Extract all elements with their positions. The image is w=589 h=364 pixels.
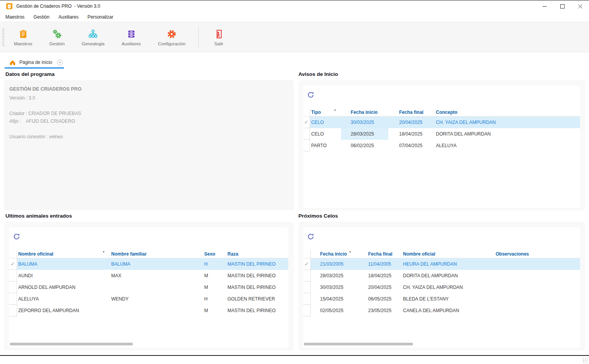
cell: CANELA DEL AMPURDAN: [401, 305, 494, 316]
toolbar-button-maestros[interactable]: Maestros: [7, 28, 40, 46]
celos-panel: Fecha inicio▼ Fecha final Nombre oficial…: [298, 222, 585, 350]
row-selected-check-icon: ✓: [9, 258, 17, 270]
cell: 07/04/2025: [388, 140, 432, 151]
toolbar-button-salir[interactable]: Salir: [207, 28, 231, 46]
table-row[interactable]: 28/03/2025 18/04/2025 DORITA DEL AMPURDA…: [303, 270, 580, 282]
table-row[interactable]: 30/03/2025 20/04/2025 CH. YAIZA DEL AMPU…: [303, 282, 580, 293]
table-header-row: Nombre oficinal▼ Nombre familiar Sexo Ra…: [9, 250, 288, 258]
section-title-avisos-de-inicio: Avisos de Inicio: [298, 71, 338, 77]
close-button[interactable]: [571, 0, 589, 12]
row-gutter: [9, 305, 17, 316]
cell: 20/04/2025: [388, 117, 432, 128]
menu-maestros[interactable]: Maestros: [5, 14, 24, 20]
toolbar-grip-handle[interactable]: [2, 28, 4, 46]
refresh-button[interactable]: [307, 91, 315, 99]
app-icon: [6, 3, 12, 9]
column-header-fecha-inicio[interactable]: Fecha inicio▼: [311, 250, 358, 258]
toolbar-separator: [198, 26, 199, 48]
maximize-button[interactable]: [553, 0, 571, 12]
cell: ZEPORRO DEL AMPURDAN: [17, 305, 110, 316]
avisos-table-card: Tipo▼ Fecha inicio Fecha final Concepto …: [303, 86, 580, 208]
tab-label: Página de inicio: [19, 60, 52, 65]
menu-gestion[interactable]: Gestión: [33, 14, 49, 20]
cell: 15/04/2025: [311, 293, 358, 305]
toolbar-label: Salir: [214, 41, 223, 46]
row-gutter: [9, 270, 17, 282]
resize-grip[interactable]: [582, 358, 587, 363]
column-header-nombre-familiar[interactable]: Nombre familiar: [110, 250, 202, 258]
table-row[interactable]: ✓ BALUMA BALUMA H MASTIN DEL PIRINEO: [9, 258, 288, 270]
table-row[interactable]: ALELUYA WENDY H GOLDEN RETRIEVER: [9, 293, 288, 305]
cell: [494, 258, 580, 270]
cell: 30/03/2025: [311, 282, 358, 293]
tab-pagina-de-inicio[interactable]: Página de inicio ✕: [5, 57, 64, 67]
program-info-panel: GESTIÓN DE CRIADEROS PRO Versión : 3.0 C…: [4, 80, 294, 210]
menu-personalizar[interactable]: Personalizar: [88, 14, 114, 20]
table-row[interactable]: ZEPORRO DEL AMPURDAN M MASTIN DEL PIRINE…: [9, 305, 288, 316]
horizontal-scrollbar[interactable]: [304, 343, 413, 345]
table-row[interactable]: ARNOLD DEL AMPURDAN M MASTIN DEL PIRINEO: [9, 282, 288, 293]
column-header-nombre-oficinal[interactable]: Nombre oficinal▼: [17, 250, 110, 258]
toolbar: Maestros Gestión: [0, 22, 589, 52]
table-row[interactable]: ✓ CELO 30/03/2025 20/04/2025 CH. YAIZA D…: [303, 117, 580, 128]
minimize-icon: [542, 4, 547, 9]
section-title-datos-del-programa: Datos del programa: [5, 71, 55, 77]
cell: [494, 270, 580, 282]
cell: MASTIN DEL PIRINEO: [225, 282, 288, 293]
animales-table-card: Nombre oficinal▼ Nombre familiar Sexo Ra…: [9, 227, 288, 348]
minimize-button[interactable]: [536, 0, 553, 12]
refresh-icon: [307, 232, 315, 241]
tab-close-icon[interactable]: ✕: [57, 60, 63, 65]
status-bar: [0, 356, 589, 364]
sort-desc-icon: ▼: [349, 251, 351, 253]
program-version: Versión : 3.0: [9, 94, 294, 102]
family-tree-icon: [88, 28, 98, 40]
title-bar: Gestión de Criaderos PRO - Versión 3.0: [0, 0, 589, 12]
table-header-row: Fecha inicio▼ Fecha final Nombre oficial…: [303, 250, 580, 258]
cell: CH. YAIZA DEL AMPURDAN: [432, 117, 580, 128]
cell: CELO: [310, 128, 341, 140]
menu-auxiliares[interactable]: Auxiliares: [59, 14, 79, 20]
cell: [494, 293, 580, 305]
table-row[interactable]: CELO 28/03/2025 18/04/2025 DORITA DEL AM…: [303, 128, 580, 140]
column-header-sexo[interactable]: Sexo: [202, 250, 225, 258]
table-row[interactable]: 02/05/2025 23/05/2025 CANELA DEL AMPURDA…: [303, 305, 580, 316]
animales-panel: Nombre oficinal▼ Nombre familiar Sexo Ra…: [4, 222, 294, 350]
cell: 06/02/2025: [341, 140, 388, 151]
toolbar-button-genealogia[interactable]: Genealogia: [74, 28, 112, 46]
toolbar-label: Configuración: [158, 41, 186, 46]
clipboard-icon: [18, 28, 28, 40]
gears-icon: [52, 28, 62, 40]
row-gutter: [303, 293, 311, 305]
window-controls: [536, 0, 589, 12]
column-header-fecha-final[interactable]: Fecha final: [388, 108, 432, 117]
table-row[interactable]: PARTO 06/02/2025 07/04/2025 ALELUYA: [303, 140, 580, 151]
column-header-fecha-final[interactable]: Fecha final: [358, 250, 401, 258]
column-header-nombre-oficial[interactable]: Nombre oficial: [401, 250, 494, 258]
animales-table: Nombre oficinal▼ Nombre familiar Sexo Ra…: [9, 250, 288, 316]
row-gutter: [303, 140, 310, 151]
sort-desc-icon: ▼: [334, 109, 336, 112]
cell: 30/03/2025: [341, 117, 388, 128]
cell: CELO: [310, 117, 341, 128]
toolbar-button-gestion[interactable]: Gestión: [42, 28, 72, 46]
table-row[interactable]: ✓ 21/03/2005 11/04/2005 HEURA DEL AMPURD…: [303, 258, 580, 270]
section-title-ultimos-animales: Ultimos animales entrados: [5, 213, 72, 219]
cabinet-icon: [126, 28, 136, 40]
cell: ALELUYA: [432, 140, 580, 151]
refresh-button[interactable]: [307, 232, 315, 241]
cell-cursor: 28/03/2025: [341, 128, 388, 140]
table-row[interactable]: 15/04/2025 06/05/2025 BLEDA DE L'ESTANY: [303, 293, 580, 305]
column-header-observaciones[interactable]: Observaciones: [494, 250, 580, 258]
table-row[interactable]: AUNDI MAX M MASTIN DEL PIRINEO: [9, 270, 288, 282]
refresh-button[interactable]: [12, 232, 21, 241]
column-header-fecha-inicio[interactable]: Fecha inicio: [341, 108, 388, 117]
horizontal-scrollbar[interactable]: [10, 343, 133, 345]
refresh-icon: [12, 232, 21, 241]
column-header-tipo[interactable]: Tipo▼: [310, 108, 341, 117]
cell: H: [202, 258, 225, 270]
toolbar-button-configuracion[interactable]: Configuración: [151, 28, 193, 46]
column-header-concepto[interactable]: Concepto: [432, 108, 580, 117]
toolbar-button-auxiliares[interactable]: Auxiliares: [114, 28, 148, 46]
column-header-raza[interactable]: Raza: [225, 250, 288, 258]
